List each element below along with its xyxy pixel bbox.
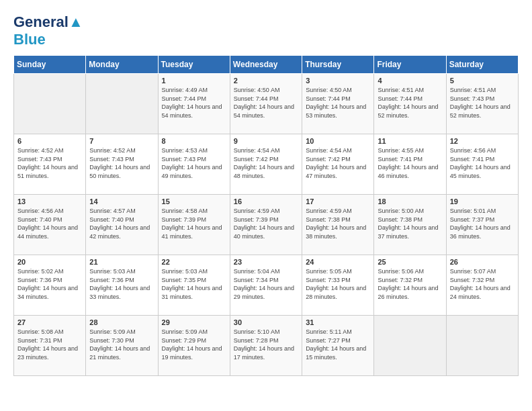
cell-info: Sunrise: 4:52 AMSunset: 7:43 PMDaylight:… — [89, 146, 154, 180]
calendar-cell: 21Sunrise: 5:03 AMSunset: 7:36 PMDayligh… — [86, 255, 158, 316]
day-number: 29 — [162, 318, 226, 326]
calendar-cell: 14Sunrise: 4:57 AMSunset: 7:40 PMDayligh… — [86, 195, 158, 255]
calendar-cell: 1Sunrise: 4:49 AMSunset: 7:44 PMDaylight… — [158, 74, 230, 134]
calendar-week-5: 27Sunrise: 5:08 AMSunset: 7:31 PMDayligh… — [14, 316, 519, 376]
day-number: 2 — [234, 77, 298, 85]
day-number: 4 — [378, 77, 442, 85]
cell-info: Sunrise: 5:01 AMSunset: 7:37 PMDaylight:… — [450, 207, 515, 240]
calendar-cell: 31Sunrise: 5:11 AMSunset: 7:27 PMDayligh… — [302, 316, 374, 376]
calendar-cell — [86, 74, 158, 134]
day-number: 23 — [234, 258, 298, 266]
calendar-cell: 5Sunrise: 4:51 AMSunset: 7:43 PMDaylight… — [446, 74, 518, 134]
day-number: 24 — [306, 258, 370, 266]
calendar-cell: 28Sunrise: 5:09 AMSunset: 7:30 PMDayligh… — [86, 316, 158, 376]
calendar-week-2: 6Sunrise: 4:52 AMSunset: 7:43 PMDaylight… — [14, 134, 519, 195]
logo-text: General▲ Blue — [13, 13, 83, 48]
calendar-cell: 15Sunrise: 4:58 AMSunset: 7:39 PMDayligh… — [158, 195, 230, 255]
cell-info: Sunrise: 5:04 AMSunset: 7:34 PMDaylight:… — [234, 267, 298, 301]
cell-info: Sunrise: 4:51 AMSunset: 7:43 PMDaylight:… — [450, 86, 515, 120]
day-header-friday: Friday — [374, 56, 446, 74]
cell-info: Sunrise: 4:49 AMSunset: 7:44 PMDaylight:… — [162, 86, 226, 120]
calendar-cell: 7Sunrise: 4:52 AMSunset: 7:43 PMDaylight… — [86, 134, 158, 195]
calendar-cell: 2Sunrise: 4:50 AMSunset: 7:44 PMDaylight… — [230, 74, 302, 134]
cell-info: Sunrise: 5:09 AMSunset: 7:30 PMDaylight:… — [89, 328, 154, 361]
day-header-thursday: Thursday — [302, 56, 374, 74]
cell-info: Sunrise: 5:03 AMSunset: 7:36 PMDaylight:… — [89, 267, 154, 301]
day-number: 8 — [162, 137, 226, 145]
day-number: 12 — [450, 137, 515, 145]
cell-info: Sunrise: 5:07 AMSunset: 7:32 PMDaylight:… — [450, 267, 515, 301]
day-header-tuesday: Tuesday — [158, 56, 230, 74]
calendar-header: SundayMondayTuesdayWednesdayThursdayFrid… — [14, 56, 519, 74]
calendar-cell: 13Sunrise: 4:56 AMSunset: 7:40 PMDayligh… — [14, 195, 86, 255]
day-number: 1 — [162, 77, 226, 85]
page-header: General▲ Blue — [13, 13, 519, 48]
calendar-cell: 11Sunrise: 4:55 AMSunset: 7:41 PMDayligh… — [374, 134, 446, 195]
calendar-cell: 3Sunrise: 4:50 AMSunset: 7:44 PMDaylight… — [302, 74, 374, 134]
day-number: 9 — [234, 137, 298, 145]
calendar-cell: 4Sunrise: 4:51 AMSunset: 7:44 PMDaylight… — [374, 74, 446, 134]
calendar-cell: 25Sunrise: 5:06 AMSunset: 7:32 PMDayligh… — [374, 255, 446, 316]
calendar-cell — [374, 316, 446, 376]
calendar-week-3: 13Sunrise: 4:56 AMSunset: 7:40 PMDayligh… — [14, 195, 519, 255]
cell-info: Sunrise: 4:52 AMSunset: 7:43 PMDaylight:… — [17, 146, 82, 180]
day-number: 25 — [378, 258, 442, 266]
day-header-wednesday: Wednesday — [230, 56, 302, 74]
calendar-cell: 23Sunrise: 5:04 AMSunset: 7:34 PMDayligh… — [230, 255, 302, 316]
day-number: 7 — [89, 137, 154, 145]
calendar-cell: 20Sunrise: 5:02 AMSunset: 7:36 PMDayligh… — [14, 255, 86, 316]
day-number: 17 — [306, 197, 370, 205]
day-number: 13 — [17, 197, 82, 205]
day-number: 19 — [450, 197, 515, 205]
calendar-cell: 8Sunrise: 4:53 AMSunset: 7:43 PMDaylight… — [158, 134, 230, 195]
calendar-cell: 10Sunrise: 4:54 AMSunset: 7:42 PMDayligh… — [302, 134, 374, 195]
day-number: 31 — [306, 318, 370, 326]
calendar-cell — [14, 74, 86, 134]
calendar-cell: 22Sunrise: 5:03 AMSunset: 7:35 PMDayligh… — [158, 255, 230, 316]
cell-info: Sunrise: 4:54 AMSunset: 7:42 PMDaylight:… — [234, 146, 298, 180]
day-header-saturday: Saturday — [446, 56, 518, 74]
day-number: 16 — [234, 197, 298, 205]
cell-info: Sunrise: 4:54 AMSunset: 7:42 PMDaylight:… — [306, 146, 370, 180]
calendar-body: 1Sunrise: 4:49 AMSunset: 7:44 PMDaylight… — [14, 74, 519, 376]
cell-info: Sunrise: 4:56 AMSunset: 7:40 PMDaylight:… — [17, 207, 82, 240]
cell-info: Sunrise: 4:50 AMSunset: 7:44 PMDaylight:… — [306, 86, 370, 120]
calendar-cell: 27Sunrise: 5:08 AMSunset: 7:31 PMDayligh… — [14, 316, 86, 376]
cell-info: Sunrise: 4:51 AMSunset: 7:44 PMDaylight:… — [378, 86, 442, 120]
cell-info: Sunrise: 5:03 AMSunset: 7:35 PMDaylight:… — [162, 267, 226, 301]
cell-info: Sunrise: 4:59 AMSunset: 7:39 PMDaylight:… — [234, 207, 298, 240]
cell-info: Sunrise: 5:10 AMSunset: 7:28 PMDaylight:… — [234, 328, 298, 361]
day-number: 3 — [306, 77, 370, 85]
day-number: 15 — [162, 197, 226, 205]
day-number: 6 — [17, 137, 82, 145]
day-number: 14 — [89, 197, 154, 205]
cell-info: Sunrise: 5:11 AMSunset: 7:27 PMDaylight:… — [306, 328, 370, 361]
cell-info: Sunrise: 4:50 AMSunset: 7:44 PMDaylight:… — [234, 86, 298, 120]
cell-info: Sunrise: 4:58 AMSunset: 7:39 PMDaylight:… — [162, 207, 226, 240]
day-number: 18 — [378, 197, 442, 205]
cell-info: Sunrise: 5:05 AMSunset: 7:33 PMDaylight:… — [306, 267, 370, 301]
calendar-cell — [446, 316, 518, 376]
day-header-monday: Monday — [86, 56, 158, 74]
calendar-cell: 29Sunrise: 5:09 AMSunset: 7:29 PMDayligh… — [158, 316, 230, 376]
day-header-sunday: Sunday — [14, 56, 86, 74]
calendar-week-1: 1Sunrise: 4:49 AMSunset: 7:44 PMDaylight… — [14, 74, 519, 134]
calendar-cell: 24Sunrise: 5:05 AMSunset: 7:33 PMDayligh… — [302, 255, 374, 316]
cell-info: Sunrise: 5:06 AMSunset: 7:32 PMDaylight:… — [378, 267, 442, 301]
day-number: 22 — [162, 258, 226, 266]
calendar-cell: 18Sunrise: 5:00 AMSunset: 7:38 PMDayligh… — [374, 195, 446, 255]
cell-info: Sunrise: 4:57 AMSunset: 7:40 PMDaylight:… — [89, 207, 154, 240]
day-number: 20 — [17, 258, 82, 266]
cell-info: Sunrise: 5:00 AMSunset: 7:38 PMDaylight:… — [378, 207, 442, 240]
day-number: 27 — [17, 318, 82, 326]
cell-info: Sunrise: 5:09 AMSunset: 7:29 PMDaylight:… — [162, 328, 226, 361]
calendar-table: SundayMondayTuesdayWednesdayThursdayFrid… — [13, 55, 519, 376]
calendar-cell: 6Sunrise: 4:52 AMSunset: 7:43 PMDaylight… — [14, 134, 86, 195]
calendar-cell: 30Sunrise: 5:10 AMSunset: 7:28 PMDayligh… — [230, 316, 302, 376]
day-number: 30 — [234, 318, 298, 326]
day-number: 10 — [306, 137, 370, 145]
logo: General▲ Blue — [13, 13, 83, 48]
calendar-week-4: 20Sunrise: 5:02 AMSunset: 7:36 PMDayligh… — [14, 255, 519, 316]
calendar-cell: 16Sunrise: 4:59 AMSunset: 7:39 PMDayligh… — [230, 195, 302, 255]
day-number: 26 — [450, 258, 515, 266]
